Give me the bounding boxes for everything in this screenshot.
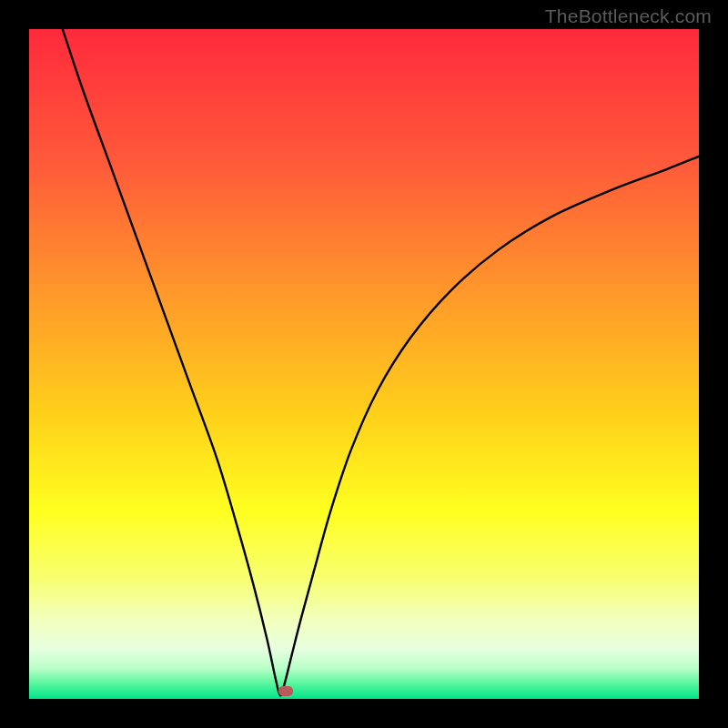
chart-stage: TheBottleneck.com bbox=[0, 0, 728, 728]
curve-layer bbox=[29, 29, 699, 699]
bottleneck-curve bbox=[63, 29, 699, 695]
watermark-text: TheBottleneck.com bbox=[545, 5, 712, 27]
optimal-point-marker bbox=[278, 686, 293, 696]
plot-area bbox=[29, 29, 699, 699]
